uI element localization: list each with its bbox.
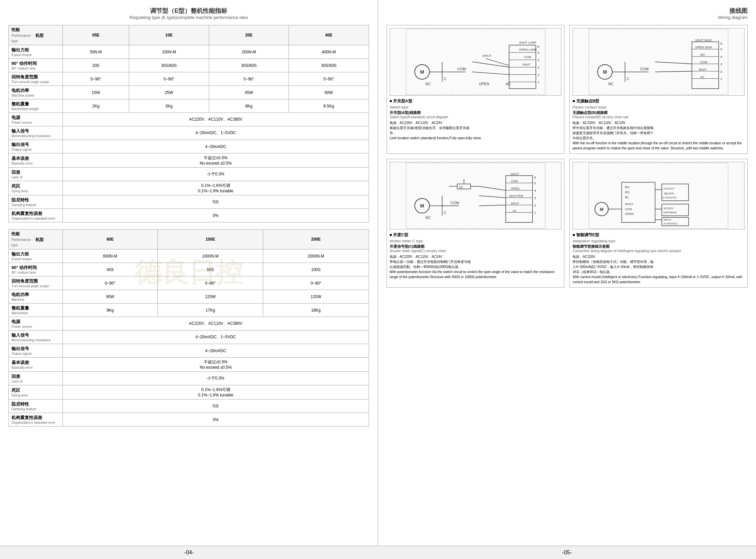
svg-text:SHUT: SHUT <box>698 68 707 71</box>
svg-text:NO: NO <box>700 53 705 57</box>
svg-rect-95 <box>589 163 728 228</box>
svg-text:(4~20ma DC): (4~20ma DC) <box>663 196 677 199</box>
circuit-drawing-4: M RH RO RL SHUT COM OPEN OUTPUT 输出信号 <box>573 162 744 229</box>
table-row: 机构重复性误差Organization's repeated error 0% <box>9 413 369 426</box>
svg-text:RH: RH <box>625 185 630 189</box>
right-header: 接线图 Wiring diagram <box>386 7 748 20</box>
svg-text:1: 1 <box>537 80 539 84</box>
wiring-1-number: ■ 开关型A型 <box>390 98 562 104</box>
svg-line-28 <box>472 62 509 67</box>
table-row: 回转角度范围Turn around angle scope 0~90° 0~90… <box>9 72 369 86</box>
circuit-svg-4: M RH RO RL SHUT COM OPEN OUTPUT 输出信号 <box>573 162 744 229</box>
table1-header-perf: 性能Performance 机型type <box>9 25 63 45</box>
svg-text:OPEN: OPEN <box>479 82 489 86</box>
right-page-number: -05- <box>378 545 756 559</box>
svg-text:M: M <box>603 69 607 75</box>
left-main-title: 调节型（E型）整机性能指标 <box>8 7 369 15</box>
svg-text:2: 2 <box>537 73 539 77</box>
table2-header-100e: 100E <box>157 229 263 249</box>
circuit-drawing-2: M C COM NC 6 <box>573 28 744 95</box>
svg-text:M: M <box>420 69 424 75</box>
svg-text:SHUT: SHUT <box>511 202 519 205</box>
svg-text:5: 5 <box>537 51 539 54</box>
wiring-4-number: ■ 智能调节E型 <box>573 232 744 238</box>
svg-text:SHUTTER: SHUTTER <box>509 194 524 198</box>
svg-text:6: 6 <box>537 45 539 48</box>
wiring-2-desc: 电源：AC220V、AC110V、AC24V 带中间位置开关功能，通过开关电路实… <box>573 120 744 151</box>
performance-table-2: 性能Performance 机型type 60E 100E 200E 输出力矩E… <box>8 229 369 426</box>
svg-text:(220V/50Hz): (220V/50Hz) <box>663 211 676 214</box>
svg-text:COM: COM <box>511 179 518 183</box>
svg-text:2: 2 <box>720 70 722 73</box>
footer-row: -04- -05- <box>0 545 756 559</box>
svg-text:4: 4 <box>534 188 536 192</box>
left-page-number: -04- <box>0 545 378 559</box>
circuit-svg-1: M C COM NC OPEN AC <box>390 28 562 96</box>
table-row: 死区Dying area 0.1%~1.6%可调0.1%~1.6% tunabl… <box>9 181 369 195</box>
wiring-diagram-2: M C COM NC 6 <box>570 25 748 154</box>
table-row: 电机功率Machine 90W 120W 120W <box>9 290 369 304</box>
table-row: 回差Lack of 小于0.3% <box>9 372 369 385</box>
svg-text:(4~20mA DC): (4~20mA DC) <box>663 222 677 225</box>
svg-text:INPUT: INPUT <box>663 218 671 221</box>
svg-text:3: 3 <box>720 62 722 66</box>
wiring-3-desc: 电源：AC220V、AC110V、AC24V 带电位器一功能：通过开关电路控制阀… <box>390 254 562 280</box>
svg-line-93 <box>479 196 506 198</box>
svg-text:C: C <box>627 77 630 81</box>
wiring-diagram-1: M C COM NC OPEN AC <box>386 25 565 154</box>
wiring-1-subtitle-en: Switch type(A standard) circuit diagram <box>390 115 562 119</box>
svg-text:SHUT LAMP: SHUT LAMP <box>519 41 536 44</box>
table-row: 整机重量Machohine weight 2Kg 3Kg 8Kg 8.5Kg <box>9 99 369 113</box>
svg-text:1: 1 <box>534 210 536 214</box>
svg-text:RL: RL <box>625 196 629 199</box>
wiring-4-desc: 电源：AC220V 带控制模块（智能型或电子式）功能：调节型作用，输 入4~20… <box>573 254 744 285</box>
table-row: 机构重复性误差Organization's repeated error 0% <box>9 209 369 222</box>
wiring-3-title-en: shutter meter C type <box>390 239 562 243</box>
svg-text:SHUT: SHUT <box>511 172 519 176</box>
svg-text:RO: RO <box>625 191 630 194</box>
svg-text:6: 6 <box>534 175 536 179</box>
svg-text:SHUT: SHUT <box>522 63 531 66</box>
table2-header-60e: 60E <box>63 229 158 249</box>
table1-header-20e: 20E <box>209 25 289 45</box>
svg-text:COM: COM <box>700 61 707 64</box>
svg-text:COM: COM <box>450 201 459 205</box>
table2-header-perf: 性能Performance 机型type <box>9 229 63 249</box>
svg-text:COM: COM <box>640 67 648 71</box>
svg-text:OPEN LAMP: OPEN LAMP <box>519 48 537 51</box>
right-page: 接线图 Wiring diagram M <box>378 0 756 545</box>
circuit-drawing-3: M C COM NC 1K <box>390 162 561 229</box>
table2-header-200e: 200E <box>263 229 369 249</box>
table-row: 输入信号Monconducting resistance 4~20mADC、1~… <box>9 127 369 140</box>
table-row: 基本误差Basically error 不超过±0.5%No exceed ±0… <box>9 153 369 167</box>
svg-line-92 <box>479 205 506 206</box>
table1-header-40e: 40E <box>289 25 369 45</box>
left-sub-title: Regulating type (E type)complete machine… <box>8 15 369 20</box>
svg-text:COM: COM <box>625 207 632 211</box>
left-header: 调节型（E型）整机性能指标 Regulating type (E type)co… <box>8 7 369 20</box>
wiring-3-subtitle-cn: 开度信号型(C)线路图 <box>390 244 562 249</box>
table-row: 输出信号Output signal 4~20mADC <box>9 140 369 153</box>
wiring-2-subtitle-en: Passive contact(B) circuitry chart nart <box>573 115 744 119</box>
svg-text:1K: 1K <box>459 185 463 189</box>
wiring-4-title-en: integration regulating type <box>573 239 744 243</box>
svg-rect-109 <box>662 204 689 216</box>
table-row: 回转角度范围Turn around angle scope 0~90° 0~90… <box>9 276 369 290</box>
svg-text:4: 4 <box>537 58 539 62</box>
svg-text:6: 6 <box>720 42 722 45</box>
svg-text:3: 3 <box>534 196 536 200</box>
left-page: 调节型（E型）整机性能指标 Regulating type (E type)co… <box>0 0 378 545</box>
table-row: 90° 动作时间90° motiom time 20S 30S/60S 30S/… <box>9 59 369 72</box>
svg-text:SHUT: SHUT <box>625 202 633 206</box>
table-row: 基本误差Basically error 不超过±0.5%No exceed ±0… <box>9 358 369 372</box>
table-row: 输出力矩Export torque 600N·M 1000N·M 2000N·M <box>9 249 369 263</box>
wiring-2-subtitle-cn: 无源触点型(B)线路图 <box>573 110 744 115</box>
table-row: 整机重量Machohine 9Kg 17Kg 18Kg <box>9 304 369 317</box>
svg-line-58 <box>655 71 692 72</box>
table-row: 90° 动作时间90° motiom time 45S 50S 100S <box>9 263 369 276</box>
svg-text:OUTPUT: OUTPUT <box>663 187 674 190</box>
svg-text:输出信号: 输出信号 <box>664 192 674 195</box>
svg-text:OPEN: OPEN <box>511 187 519 190</box>
svg-text:COM: COM <box>524 55 531 59</box>
circuit-drawing-1: M C COM NC OPEN AC <box>390 28 561 95</box>
